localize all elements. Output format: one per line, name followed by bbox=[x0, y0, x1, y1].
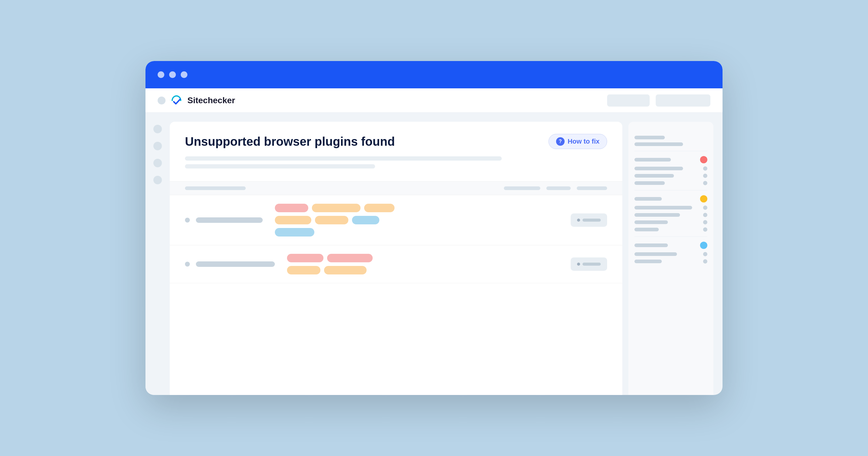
sidebar-row-7 bbox=[634, 195, 707, 202]
tags-line-1 bbox=[275, 204, 565, 212]
tag-blue-1 bbox=[352, 216, 379, 224]
sidebar-line-12 bbox=[634, 243, 668, 247]
sidebar-row-6 bbox=[634, 181, 707, 185]
how-to-fix-button[interactable]: ? How to fix bbox=[549, 134, 607, 149]
nav-item-3[interactable] bbox=[153, 159, 162, 167]
sidebar-row-13 bbox=[634, 252, 707, 256]
tag-orange-3 bbox=[275, 216, 311, 224]
browser-content: Unsupported browser plugins found ? How … bbox=[146, 112, 722, 395]
sidebar-dot-5 bbox=[703, 213, 707, 217]
traffic-dot-3 bbox=[181, 71, 187, 78]
sidebar-row-2 bbox=[634, 142, 707, 146]
tag-blue-2 bbox=[275, 228, 314, 236]
desc-line-2 bbox=[185, 164, 375, 168]
traffic-dot-2 bbox=[169, 71, 176, 78]
sidebar-dot-9 bbox=[703, 259, 707, 263]
sidebar-line-6 bbox=[634, 181, 665, 185]
sidebar-line-7 bbox=[634, 197, 662, 201]
tag-pink-2 bbox=[287, 254, 323, 262]
logo-icon bbox=[170, 94, 183, 107]
sidebar-section-2 bbox=[634, 151, 707, 190]
table-header-row bbox=[170, 182, 622, 195]
content-panel: Unsupported browser plugins found ? How … bbox=[170, 122, 622, 395]
sidebar-line-8 bbox=[634, 206, 692, 209]
tag-orange-4 bbox=[315, 216, 348, 224]
row-tags-1 bbox=[275, 204, 565, 236]
sidebar-dot-8 bbox=[703, 252, 707, 256]
header-btn-2[interactable] bbox=[656, 94, 710, 106]
tags-line-4 bbox=[287, 254, 565, 262]
main-area: Unsupported browser plugins found ? How … bbox=[170, 112, 722, 395]
sidebar-dot-7 bbox=[703, 227, 707, 232]
browser-inner: Sitechecker bbox=[146, 88, 722, 395]
row-tags-2 bbox=[287, 254, 565, 274]
sidebar-row-9 bbox=[634, 213, 707, 217]
col-header-3 bbox=[546, 186, 571, 190]
sidebar-row-5 bbox=[634, 174, 707, 178]
desc-line-1 bbox=[185, 156, 502, 161]
sidebar-dot-3 bbox=[703, 181, 707, 185]
sidebar-line-14 bbox=[634, 260, 662, 263]
sidebar-line-5 bbox=[634, 174, 674, 177]
tag-orange-6 bbox=[324, 266, 367, 274]
col-header-1 bbox=[185, 186, 246, 190]
sidebar-dot-1 bbox=[703, 166, 707, 171]
sidebar-section-1 bbox=[634, 131, 707, 151]
tags-line-5 bbox=[287, 266, 565, 274]
how-to-fix-label: How to fix bbox=[568, 137, 599, 145]
row-action-btn-2[interactable] bbox=[571, 257, 607, 271]
sidebar-section-3 bbox=[634, 190, 707, 237]
tags-line-3 bbox=[275, 228, 565, 236]
sidebar-badge-red bbox=[700, 156, 707, 163]
browser-window: Sitechecker bbox=[146, 61, 722, 395]
col-header-4 bbox=[577, 186, 607, 190]
sidebar-section-4 bbox=[634, 237, 707, 268]
nav-item-2[interactable] bbox=[153, 142, 162, 150]
sidebar-line-4 bbox=[634, 167, 683, 170]
tags-line-2 bbox=[275, 216, 565, 224]
sidebar-row-14 bbox=[634, 259, 707, 263]
how-to-fix-icon: ? bbox=[556, 137, 565, 146]
sidebar-badge-blue bbox=[700, 242, 707, 249]
sidebar-line-13 bbox=[634, 252, 677, 256]
right-sidebar bbox=[628, 122, 713, 395]
sidebar-row-1 bbox=[634, 136, 707, 139]
nav-item-4[interactable] bbox=[153, 176, 162, 184]
sidebar-row-4 bbox=[634, 166, 707, 171]
sidebar-row-8 bbox=[634, 205, 707, 210]
row-action-btn-1[interactable] bbox=[571, 214, 607, 227]
top-bar-right bbox=[607, 94, 710, 106]
tag-orange-5 bbox=[287, 266, 320, 274]
browser-titlebar bbox=[146, 61, 722, 88]
table-row bbox=[170, 195, 622, 245]
tag-pink-1 bbox=[275, 204, 308, 212]
sidebar-line-1 bbox=[634, 136, 665, 139]
sidebar-line-11 bbox=[634, 228, 659, 231]
header-btn-1[interactable] bbox=[607, 94, 650, 106]
sidebar-dot-6 bbox=[703, 220, 707, 224]
nav-item-1[interactable] bbox=[153, 125, 162, 133]
sidebar-row-12 bbox=[634, 242, 707, 249]
action-line-2 bbox=[583, 263, 601, 266]
action-dot-1 bbox=[577, 219, 580, 222]
row-label-1 bbox=[196, 217, 263, 223]
sidebar-row-11 bbox=[634, 227, 707, 232]
tag-orange-2 bbox=[364, 204, 395, 212]
top-bar: Sitechecker bbox=[146, 88, 722, 112]
sidebar-line-3 bbox=[634, 158, 671, 162]
action-dot-2 bbox=[577, 263, 580, 266]
url-circle bbox=[158, 97, 165, 104]
sidebar-line-2 bbox=[634, 142, 683, 146]
tag-orange-1 bbox=[312, 204, 361, 212]
sidebar-dot-2 bbox=[703, 174, 707, 178]
logo-area: Sitechecker bbox=[158, 94, 235, 107]
panel-title: Unsupported browser plugins found bbox=[185, 135, 395, 149]
row-dot-2 bbox=[185, 262, 190, 266]
traffic-dot-1 bbox=[158, 71, 164, 78]
row-label-2 bbox=[196, 261, 275, 267]
sidebar-row-10 bbox=[634, 220, 707, 224]
panel-header: Unsupported browser plugins found ? How … bbox=[170, 122, 622, 182]
row-dot-1 bbox=[185, 218, 190, 223]
sidebar-dot-4 bbox=[703, 205, 707, 210]
sidebar-line-10 bbox=[634, 220, 668, 224]
